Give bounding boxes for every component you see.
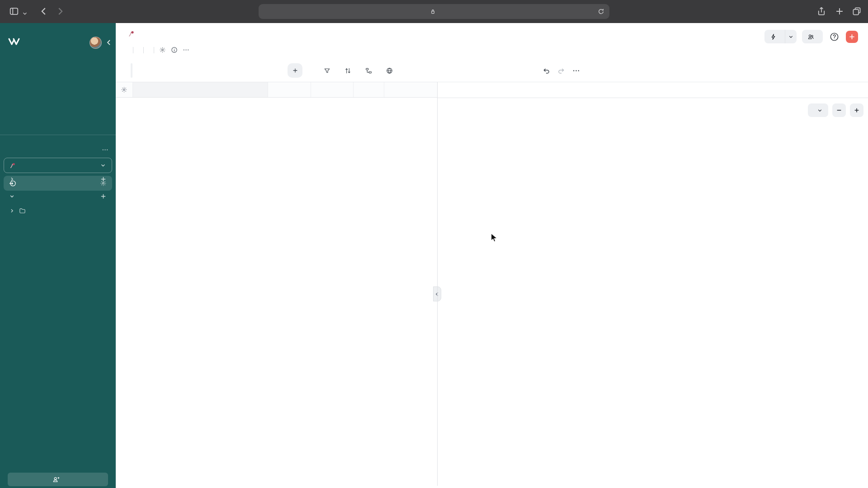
space-icon (9, 162, 16, 169)
sidebar-toggle-icon[interactable] (9, 6, 19, 16)
more-options-icon[interactable] (572, 67, 580, 75)
globe-icon (386, 67, 393, 74)
column-header-name[interactable] (133, 82, 268, 97)
sidebar-item-projects-and-folders[interactable] (4, 189, 112, 203)
more-options-icon[interactable] (183, 47, 189, 53)
chevron-down-icon (9, 193, 15, 199)
add-button[interactable] (846, 31, 858, 43)
plus-icon (854, 107, 860, 113)
main-content (116, 23, 868, 488)
chevron-down-icon (100, 162, 106, 169)
filter-icon (324, 67, 330, 74)
automation-menu-button[interactable] (785, 30, 797, 43)
task-table (116, 98, 437, 486)
question-icon (830, 32, 839, 42)
folder-icon (19, 207, 26, 214)
forward-icon[interactable] (55, 6, 65, 16)
browser-chrome (0, 0, 868, 23)
gear-icon[interactable] (159, 47, 166, 53)
wrike-logo[interactable] (8, 37, 24, 47)
undo-icon[interactable] (542, 67, 550, 75)
wrike-logo-icon (8, 37, 20, 47)
zoom-scale-select[interactable] (808, 103, 828, 117)
plus-icon (292, 67, 298, 74)
chevron-down-icon[interactable] (22, 9, 28, 19)
automation-button[interactable] (764, 30, 797, 43)
minus-icon (836, 107, 842, 113)
tab-overview-icon[interactable] (852, 6, 862, 16)
chevron-down-icon (788, 34, 794, 40)
column-header-predecessors[interactable] (384, 82, 437, 97)
help-button[interactable] (828, 31, 840, 43)
project-meta (128, 47, 189, 53)
zoom-out-button[interactable] (832, 103, 846, 117)
sort-icon (344, 67, 351, 74)
filter-control[interactable] (324, 67, 334, 74)
table-settings-column[interactable] (116, 82, 133, 97)
sidebar-item-tools[interactable] (4, 172, 112, 186)
expand-icon (365, 67, 372, 74)
gantt-timeline-header (438, 82, 868, 98)
new-tab-icon[interactable] (835, 6, 844, 16)
gantt-chart (437, 82, 868, 486)
mouse-cursor (491, 233, 498, 243)
space-icon (128, 30, 135, 38)
info-icon[interactable] (171, 47, 178, 53)
avatar[interactable] (90, 37, 102, 49)
column-header-start-date[interactable] (268, 82, 311, 97)
gantt-rows (438, 98, 868, 486)
plus-icon (849, 33, 855, 40)
reload-icon[interactable] (597, 8, 605, 15)
address-bar[interactable] (259, 4, 609, 19)
space-options-icon[interactable] (102, 146, 108, 153)
table-header (116, 82, 437, 98)
share-button[interactable] (802, 30, 823, 43)
column-header-duration[interactable] (354, 82, 384, 97)
gear-icon (121, 86, 127, 93)
sort-control[interactable] (344, 67, 354, 74)
plus-icon[interactable] (100, 176, 107, 183)
zoom-in-button[interactable] (850, 103, 863, 117)
public-snapshots-control[interactable] (386, 67, 396, 74)
redo-icon[interactable] (557, 67, 565, 75)
share-page-icon[interactable] (816, 6, 826, 16)
collapse-sidebar-icon[interactable] (105, 39, 113, 46)
sidebar-item-project[interactable] (4, 204, 112, 217)
space-selector[interactable] (4, 158, 112, 173)
sidebar-divider (0, 135, 116, 135)
project-header (128, 30, 139, 38)
chevron-down-icon (817, 108, 823, 113)
invite-button[interactable] (8, 473, 108, 486)
view-tabs (131, 63, 132, 78)
lock-icon (430, 9, 436, 14)
expand-control[interactable] (365, 67, 375, 74)
bolt-icon (770, 33, 777, 40)
view-toolbar (116, 63, 868, 78)
plus-icon[interactable] (100, 193, 107, 200)
chevron-right-icon (9, 208, 15, 214)
space-heading (7, 146, 108, 153)
sidebar (0, 23, 116, 488)
gantt-zoom-controls (808, 103, 863, 117)
people-icon (807, 33, 814, 40)
back-icon[interactable] (39, 6, 49, 16)
chevron-right-icon (9, 176, 15, 182)
add-view-button[interactable] (288, 63, 302, 78)
person-plus-icon (52, 476, 60, 483)
column-header-due-date[interactable] (311, 82, 354, 97)
